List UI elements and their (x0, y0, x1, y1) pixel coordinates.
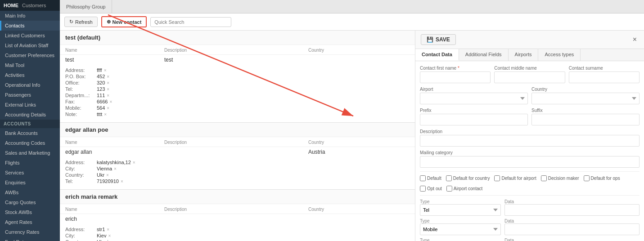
surname-input[interactable] (569, 71, 639, 83)
checkbox-default-for-airport[interactable]: Default for airport (494, 175, 536, 181)
data-input-1[interactable] (504, 223, 639, 235)
remove-icon[interactable]: × (107, 87, 109, 92)
checkbox-input-airport-contact[interactable] (446, 186, 452, 192)
checkbox-label-opt-out: Opt out (427, 186, 442, 191)
sidebar-item-awbs[interactable]: AWBs (0, 187, 60, 197)
refresh-button[interactable]: ↻ Refresh (64, 17, 98, 27)
mailing-input[interactable] (420, 156, 639, 168)
description-input[interactable] (420, 135, 639, 147)
country-select[interactable] (531, 93, 639, 104)
quick-search-input[interactable] (150, 17, 231, 27)
type-select-1[interactable]: Mobile (420, 223, 501, 235)
new-contact-button[interactable]: ⊕ New contact (101, 16, 147, 27)
save-icon: 💾 (427, 36, 433, 43)
remove-icon[interactable]: × (107, 106, 109, 111)
home-link[interactable]: HOME (4, 3, 18, 8)
detail-value: Kiev × (97, 233, 111, 238)
type-select-0[interactable]: Tel (420, 204, 501, 216)
remove-icon[interactable]: × (133, 160, 135, 165)
contact-columns-test: NameDescriptionCountry (60, 45, 415, 55)
sidebar-item-customer-preferences[interactable]: Customer Preferences (0, 50, 60, 60)
checkbox-input-opt-out[interactable] (420, 186, 426, 192)
contact-name-edgar: edgar allan (65, 149, 164, 155)
sidebar-item-accounting-details[interactable]: Accounting Details (0, 110, 60, 120)
accounts-section-header: AccoUnTS (0, 120, 60, 128)
checkbox-input-default-for-ops[interactable] (584, 175, 590, 181)
sidebar-item-stock-awbs[interactable]: Stock AWBs (0, 207, 60, 217)
right-tab-access-types[interactable]: Access types (538, 49, 581, 61)
first-name-input[interactable] (420, 71, 491, 83)
checkbox-input-default-for-airport[interactable] (494, 175, 500, 181)
contact-header-erich: erich maria remark (60, 190, 415, 204)
right-tab-additional-fields[interactable]: Additional Fields (459, 49, 509, 61)
save-button[interactable]: 💾 SAVE (421, 34, 456, 45)
checkbox-label-default: Default (427, 176, 441, 181)
remove-icon[interactable]: × (107, 227, 109, 232)
checkbox-input-default-for-country[interactable] (446, 175, 452, 181)
checkbox-opt-out[interactable]: Opt out (420, 186, 442, 192)
suffix-input[interactable] (531, 114, 639, 125)
sidebar-item-cargo-quotes[interactable]: Cargo Quotes (0, 197, 60, 207)
remove-icon[interactable]: × (107, 93, 109, 98)
right-tab-contact-data[interactable]: Contact Data (415, 49, 459, 61)
contact-details-erich: Address:str1 ×City:Kiev ×Country:Ukraine… (60, 224, 415, 241)
sidebar-item-services[interactable]: Services (0, 168, 60, 178)
sidebar-item-external-links[interactable]: External Links (0, 100, 60, 110)
contact-columns-edgar: NameDescriptionCountry (60, 137, 415, 147)
sidebar-item-currency-rates[interactable]: Currency Rates (0, 227, 60, 237)
remove-icon[interactable]: × (104, 112, 107, 117)
contact-name-row-test: testtest (60, 55, 415, 65)
sidebar-item-mail-tool[interactable]: Mail Tool (0, 60, 60, 70)
description-row: Description (420, 129, 639, 147)
sidebar-item-activities[interactable]: Activities (0, 70, 60, 80)
checkbox-default[interactable]: Default (420, 175, 441, 181)
detail-value: str1 × (97, 227, 109, 232)
detail-row: Office:320 × (65, 80, 410, 85)
remove-icon[interactable]: × (121, 179, 123, 184)
checkbox-decision-maker[interactable]: Decision maker (541, 175, 579, 181)
sidebar-item-list-of-aviation-staff[interactable]: List of Aviation Staff (0, 40, 60, 50)
tab-philosophy-group[interactable]: Philosophy Group (60, 0, 112, 13)
checkbox-default-for-country[interactable]: Default for country (446, 175, 490, 181)
contact-list: test (default)NameDescriptionCountrytest… (60, 31, 415, 241)
remove-icon[interactable]: × (108, 233, 111, 238)
checkbox-default-for-ops[interactable]: Default for ops (584, 175, 620, 181)
tab-bar: Philosophy Group (60, 0, 644, 13)
right-tab-airports[interactable]: Airports (509, 49, 539, 61)
sidebar-item-enquiries[interactable]: Enquiries (0, 178, 60, 187)
sidebar-item-agent-rates[interactable]: Agent Rates (0, 217, 60, 227)
data-input-0[interactable] (504, 204, 639, 216)
middle-name-input[interactable] (494, 71, 565, 83)
close-button[interactable]: × (631, 36, 639, 44)
remove-icon[interactable]: × (114, 166, 117, 171)
sidebar-item-passengers[interactable]: Passengers (0, 90, 60, 100)
customers-link[interactable]: Customers (22, 3, 46, 8)
data-col-2: Data (504, 238, 639, 241)
remove-icon[interactable]: × (107, 74, 109, 79)
sidebar-item-accounting-codes[interactable]: Accounting Codes (0, 138, 60, 148)
mailing-row: Mailing category (420, 150, 639, 168)
remove-icon[interactable]: × (106, 173, 109, 178)
sidebar-item-main-info[interactable]: Main Info (0, 11, 60, 21)
remove-icon[interactable]: × (104, 68, 107, 73)
detail-label: Address: (65, 227, 97, 232)
sidebar-item-sales-and-marketing[interactable]: Sales and Marketing (0, 148, 60, 158)
remove-icon[interactable]: × (107, 80, 109, 85)
sidebar-item-bank-accounts[interactable]: Bank Accounts (0, 128, 60, 138)
sidebar-item-linked-customers[interactable]: Linked Customers (0, 31, 60, 40)
sidebar-item-contacts[interactable]: Contacts (0, 21, 60, 31)
sidebar-item-operational-info[interactable]: Operational Info (0, 80, 60, 90)
airport-select[interactable] (420, 93, 528, 104)
detail-row: Departm...:111 × (65, 93, 410, 98)
prefix-input[interactable] (420, 114, 528, 125)
sidebar-item-fuel-rates[interactable]: Fuel Rates (0, 237, 60, 241)
checkbox-input-decision-maker[interactable] (541, 175, 547, 181)
remove-icon[interactable]: × (116, 240, 118, 241)
checkbox-label-default-for-airport: Default for airport (501, 176, 536, 181)
checkbox-input-default[interactable] (420, 175, 426, 181)
country-field: Country (531, 87, 639, 104)
remove-icon[interactable]: × (109, 99, 112, 104)
sidebar-item-flights[interactable]: Flights (0, 158, 60, 168)
checkbox-airport-contact[interactable]: Airport contact (446, 186, 482, 192)
checkbox-row: DefaultDefault for countryDefault for ai… (420, 171, 639, 196)
